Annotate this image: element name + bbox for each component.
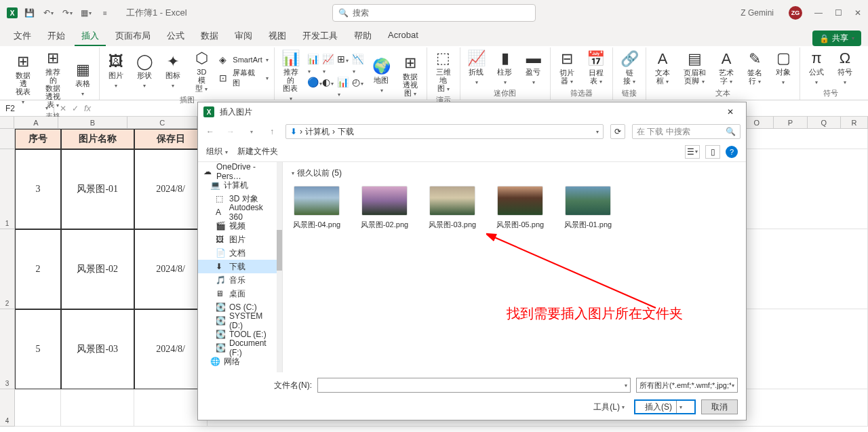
ribbon-数据透视表[interactable]: ⊞数据透视表 ▾ [11, 51, 35, 108]
ribbon-签名行[interactable]: ✎签名行 ▾ [743, 48, 767, 87]
user-avatar[interactable]: ZG [789, 6, 802, 20]
chart-type-icon[interactable]: 🔵▾ [307, 77, 321, 98]
ribbon-三维地图[interactable]: ⬚三维地图 ▾ [431, 47, 456, 95]
nav-item-文档[interactable]: 📄文档 [198, 246, 282, 260]
nav-up-icon[interactable]: ↑ [265, 127, 279, 136]
nav-item-下载[interactable]: ⬇下载 [198, 260, 282, 273]
cell[interactable]: 风景图-02 [61, 229, 134, 309]
cell[interactable] [15, 389, 61, 427]
cell[interactable]: 风景图-01 [61, 149, 134, 229]
tab-帮助[interactable]: 帮助 [347, 27, 378, 46]
cell[interactable]: 图片名称 [61, 129, 134, 149]
ribbon-推荐的数据透视表[interactable]: ⊞推荐的数据透视表 ▾ [39, 47, 66, 111]
file-item[interactable]: 风景图-05.png [494, 186, 546, 230]
row-header[interactable]: 1 [0, 149, 15, 229]
qat-customize-icon[interactable]: ≡ [98, 5, 113, 20]
row-header[interactable]: 3 [0, 309, 15, 389]
cell[interactable]: 保存日 [134, 129, 208, 149]
nav-item-Document (F:)[interactable]: 💽Document (F:) [198, 341, 282, 355]
name-box[interactable]: F2 ▾ [0, 104, 54, 113]
chart-type-icon[interactable]: ◐▾ [322, 77, 336, 98]
ribbon-柱形[interactable]: ▮柱形 ▾ [493, 47, 517, 88]
save-icon[interactable]: 💾 [22, 5, 37, 20]
ribbon-表格[interactable]: ▦表格 ▾ [71, 59, 95, 100]
tab-文件[interactable]: 文件 [7, 27, 38, 46]
chart-type-icon[interactable]: ◴▾ [352, 77, 366, 98]
file-group-header[interactable]: ▾ 很久以前 (5) [291, 168, 738, 179]
share-button[interactable]: 🔒 共享 ▾ [812, 31, 861, 46]
redo-icon[interactable]: ↷▾ [60, 5, 75, 20]
close-icon[interactable]: ✕ [854, 8, 861, 18]
file-type-filter[interactable]: 所有图片(*.emf;*.wmf;*.jpg;*.j ▾ [636, 378, 738, 393]
cell[interactable]: 2 [15, 229, 61, 309]
tab-审阅[interactable]: 审阅 [228, 27, 259, 46]
breadcrumb[interactable]: ⬇ › 计算机 › 下载 ▾ [285, 124, 604, 139]
cancel-formula-icon[interactable]: ✕ [60, 104, 66, 113]
ribbon-地图[interactable]: 🌍地图 ▾ [370, 56, 394, 96]
ribbon-推荐的图表[interactable]: 📊推荐的图表 ▾ [279, 47, 303, 104]
tab-数据[interactable]: 数据 [194, 27, 225, 46]
file-item[interactable]: 风景图-02.png [359, 186, 410, 230]
nav-item-桌面[interactable]: 🖥桌面 [198, 287, 282, 300]
file-item[interactable]: 风景图-01.png [562, 186, 614, 230]
row-header[interactable]: 4 [0, 389, 15, 427]
tab-Acrobat[interactable]: Acrobat [381, 27, 425, 46]
nav-scrollbar-thumb[interactable] [277, 230, 282, 271]
new-folder-button[interactable]: 新建文件夹 [237, 146, 278, 157]
cell[interactable]: 序号 [15, 129, 61, 149]
column-header[interactable]: C [127, 117, 197, 128]
nav-item-Autodesk 360[interactable]: AAutodesk 360 [198, 205, 282, 219]
chart-type-icon[interactable]: 📉▾ [352, 54, 366, 75]
cancel-button[interactable]: 取消 [701, 399, 738, 414]
ribbon-数据透视图[interactable]: ⊞数据透视图 ▾ [398, 52, 422, 100]
ribbon-切片器[interactable]: ⊟切片器 ▾ [555, 48, 580, 87]
ribbon-艺术字[interactable]: A艺术字 ▾ [714, 48, 738, 87]
ribbon-页眉和页脚[interactable]: ▤页眉和页脚 ▾ [679, 48, 710, 87]
filename-input[interactable]: ▾ [317, 378, 631, 393]
chart-type-icon[interactable]: 📈▾ [322, 54, 336, 75]
tab-公式[interactable]: 公式 [160, 27, 191, 46]
tab-视图[interactable]: 视图 [262, 27, 293, 46]
confirm-formula-icon[interactable]: ✓ [72, 104, 79, 113]
ribbon-符号[interactable]: Ω符号 ▾ [833, 47, 857, 88]
row-header[interactable]: 2 [0, 229, 15, 309]
row-header[interactable] [0, 129, 15, 149]
nav-history-icon[interactable]: ▾ [245, 129, 258, 135]
ribbon-3D 模型[interactable]: ⬡3D 模型 ▾ [189, 47, 214, 95]
ribbon-对象[interactable]: ▢对象 ▾ [771, 47, 795, 88]
tab-开发工具[interactable]: 开发工具 [296, 27, 344, 46]
maximize-icon[interactable]: ☐ [835, 8, 842, 18]
nav-item-OneDrive - Pers…[interactable]: ☁OneDrive - Pers… [198, 165, 282, 178]
cell[interactable]: 2024/8/ [134, 149, 208, 229]
help-icon[interactable]: ? [726, 146, 738, 158]
ribbon-图片[interactable]: 🖼图片 ▾ [104, 51, 128, 92]
cell[interactable] [134, 389, 208, 427]
insert-button[interactable]: 插入(S)▾ [634, 399, 696, 414]
undo-icon[interactable]: ↶▾ [41, 5, 56, 20]
tab-插入[interactable]: 插入 [75, 27, 106, 46]
column-header[interactable]: Q [808, 117, 841, 128]
nav-item-音乐[interactable]: 🎵音乐 [198, 273, 282, 287]
chart-type-icon[interactable]: 📊▾ [307, 54, 321, 75]
dialog-close-icon[interactable]: ✕ [720, 107, 741, 117]
ribbon-图标[interactable]: ✦图标 ▾ [161, 51, 185, 92]
ribbon-盈亏[interactable]: ▬盈亏 ▾ [521, 47, 546, 88]
refresh-icon[interactable]: ⟳ [610, 124, 625, 139]
tab-页面布局[interactable]: 页面布局 [108, 27, 157, 46]
cell[interactable]: 2024/8/ [134, 309, 208, 389]
chart-type-icon[interactable]: ⊞▾ [337, 54, 351, 75]
dialog-search-box[interactable]: 在 下载 中搜索 🔍 [632, 124, 741, 139]
nav-item-SYSTEM (D:)[interactable]: 💽SYSTEM (D:) [198, 314, 282, 328]
file-item[interactable]: 风景图-04.png [291, 186, 342, 230]
tools-button[interactable]: 工具(L) ▾ [589, 400, 629, 414]
minimize-icon[interactable]: — [814, 8, 823, 18]
nav-back-icon[interactable]: ← [203, 127, 217, 136]
cell[interactable]: 3 [15, 149, 61, 229]
chart-type-icon[interactable]: 📊▾ [337, 77, 351, 98]
ribbon-公式[interactable]: π公式 ▾ [804, 47, 829, 88]
breadcrumb-item[interactable]: 计算机 [305, 126, 330, 138]
preview-pane-icon[interactable]: ▯ [705, 145, 720, 159]
file-list-pane[interactable]: ▾ 很久以前 (5) 风景图-04.png风景图-02.png风景图-03.pn… [283, 162, 746, 372]
qat-more-icon[interactable]: ▦▾ [79, 5, 94, 20]
ribbon-折线[interactable]: 📈折线 ▾ [465, 47, 489, 88]
